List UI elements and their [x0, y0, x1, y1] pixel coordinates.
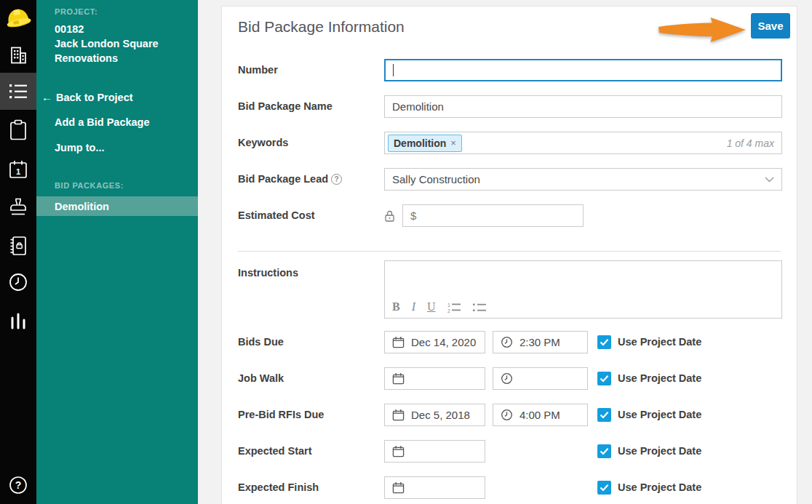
pre-bid-rfis-label: Pre-Bid RFIs Due	[238, 409, 380, 420]
directory-icon	[8, 235, 28, 257]
rail-item-schedule[interactable]: 1	[0, 153, 36, 185]
instructions-editor[interactable]: B I U 1 2	[384, 260, 782, 319]
bid-package-name-input[interactable]: Demolition	[384, 95, 782, 118]
check-icon	[600, 338, 609, 346]
expected-start-label: Expected Start	[238, 445, 380, 457]
expected-start-date-input[interactable]	[384, 440, 485, 463]
currency-prefix: $	[410, 209, 416, 222]
job-walk-use-project-date-checkbox[interactable]	[597, 372, 611, 385]
pre-bid-rfis-use-project-date-checkbox[interactable]	[597, 408, 611, 422]
editor-toolbar: B I U 1 2	[392, 300, 487, 313]
expected-finish-date-input[interactable]	[384, 476, 485, 499]
jump-to-link[interactable]: Jump to...	[55, 142, 104, 153]
bids-due-date-value: Dec 14, 2020	[411, 336, 476, 348]
job-walk-time-input[interactable]	[493, 367, 588, 390]
bids-due-label: Bids Due	[238, 336, 380, 348]
bids-due-time-value: 2:30 PM	[520, 336, 560, 348]
ordered-list-icon[interactable]: 1 2	[447, 302, 461, 313]
svg-text:2: 2	[447, 308, 450, 313]
section-divider	[238, 251, 781, 252]
bids-due-use-project-date-checkbox[interactable]	[597, 335, 611, 349]
pre-bid-rfis-date-value: Dec 5, 2018	[411, 409, 470, 421]
hardhat-logo-icon	[4, 5, 32, 31]
sidebar-item-demolition[interactable]: Demolition	[36, 196, 198, 216]
bids-due-date-input[interactable]: Dec 14, 2020	[384, 331, 485, 353]
job-walk-checkbox-label: Use Project Date	[618, 372, 701, 384]
bid-package-lead-select[interactable]: Sally Construction	[384, 168, 782, 191]
estimated-cost-lock	[384, 204, 395, 227]
lock-icon	[384, 209, 395, 223]
clock-rail-icon	[8, 272, 28, 292]
rail-item-directory[interactable]	[0, 231, 36, 260]
back-to-project-label: Back to Project	[56, 92, 133, 103]
project-sidebar: PROJECT: 00182 Jack London Square Renova…	[36, 0, 198, 504]
number-input[interactable]	[384, 59, 782, 81]
svg-text:1: 1	[16, 167, 20, 176]
app-icon-rail: 1 ?	[0, 0, 36, 504]
expected-start-use-project-date-checkbox[interactable]	[597, 444, 611, 458]
keywords-label: Keywords	[238, 137, 380, 148]
clock-icon	[501, 409, 513, 421]
check-icon	[600, 447, 609, 455]
estimated-cost-label: Estimated Cost	[238, 209, 380, 221]
chevron-down-icon	[765, 177, 774, 183]
project-name-line1: Jack London Square	[55, 36, 159, 51]
back-to-project-link[interactable]: ← Back to Project	[41, 91, 133, 103]
pre-bid-rfis-date-input[interactable]: Dec 5, 2018	[384, 404, 485, 426]
page-title: Bid Package Information	[238, 18, 405, 36]
bid-package-lead-label-text: Bid Package Lead	[238, 173, 328, 185]
clock-icon	[501, 336, 513, 348]
expected-finish-use-project-date-checkbox[interactable]	[597, 481, 611, 495]
add-bid-package-link[interactable]: Add a Bid Package	[55, 116, 150, 128]
check-icon	[600, 375, 609, 383]
app-logo[interactable]	[0, 1, 36, 35]
rail-item-reports[interactable]	[0, 305, 36, 336]
clock-icon	[501, 372, 513, 385]
remove-keyword-icon[interactable]: ×	[450, 137, 456, 148]
bold-icon[interactable]: B	[392, 300, 400, 313]
calendar-icon	[392, 481, 405, 494]
text-caret	[393, 64, 394, 76]
calendar-icon	[392, 409, 405, 421]
rail-item-help[interactable]: ?	[0, 471, 36, 499]
project-number: 00182	[55, 22, 84, 36]
rail-item-bid-packages[interactable]	[0, 73, 36, 110]
estimated-cost-input[interactable]: $	[402, 204, 584, 227]
number-label: Number	[238, 64, 380, 76]
keywords-input[interactable]: Demolition × 1 of 4 max	[384, 132, 782, 154]
bid-packages-label: BID PACKAGES:	[55, 181, 124, 190]
pre-bid-rfis-time-value: 4:00 PM	[520, 409, 560, 421]
bid-package-name-label: Bid Package Name	[238, 100, 380, 112]
check-icon	[600, 484, 609, 492]
reports-icon	[9, 311, 28, 331]
help-icon: ?	[8, 475, 28, 495]
save-button[interactable]: Save	[751, 13, 790, 39]
clipboard-icon	[9, 119, 28, 141]
keyword-tag-text: Demolition	[394, 137, 446, 149]
calendar-icon	[392, 372, 405, 385]
calendar-rail-icon: 1	[8, 159, 28, 180]
rail-item-approvals[interactable]	[0, 191, 36, 223]
lead-help-icon[interactable]: ?	[331, 174, 342, 185]
bullet-list-icon[interactable]	[473, 302, 487, 313]
calendar-icon	[392, 445, 405, 457]
calendar-icon	[392, 336, 405, 348]
expected-start-checkbox-label: Use Project Date	[618, 445, 701, 457]
rail-item-forms[interactable]	[0, 114, 36, 146]
keyword-tag: Demolition ×	[388, 135, 462, 152]
rail-item-company[interactable]	[0, 41, 36, 70]
annotation-arrow	[657, 15, 749, 45]
bid-package-lead-value: Sally Construction	[392, 173, 480, 185]
check-icon	[600, 411, 609, 419]
stamp-icon	[8, 196, 28, 217]
project-name-line2: Renovations	[55, 51, 118, 65]
job-walk-date-input[interactable]	[384, 367, 485, 390]
buildings-icon	[8, 45, 28, 65]
underline-icon[interactable]: U	[427, 300, 436, 313]
pre-bid-rfis-checkbox-label: Use Project Date	[618, 409, 701, 420]
bid-packages-icon	[8, 82, 28, 101]
pre-bid-rfis-time-input[interactable]: 4:00 PM	[493, 404, 588, 426]
rail-item-time[interactable]	[0, 268, 36, 297]
bids-due-time-input[interactable]: 2:30 PM	[493, 331, 588, 353]
italic-icon[interactable]: I	[412, 300, 415, 313]
